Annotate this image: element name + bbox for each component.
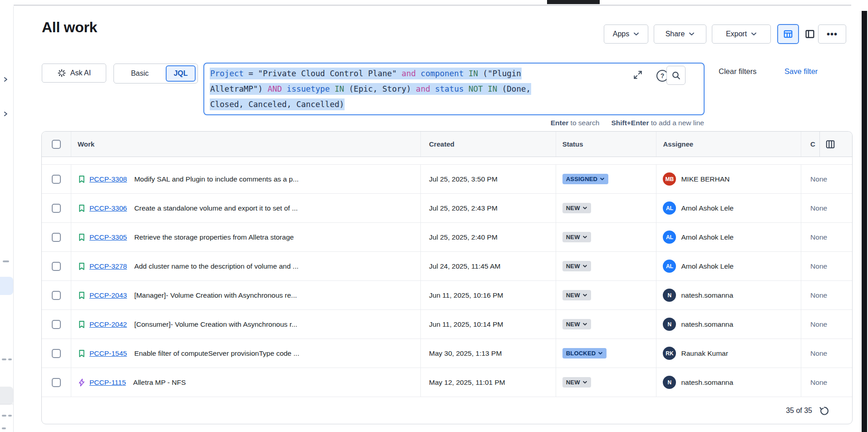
jql-token: AlletraMP") xyxy=(210,84,267,93)
status-badge[interactable]: NEW xyxy=(562,232,591,242)
table-row[interactable]: PCCP-1545 Enable filter of computeServer… xyxy=(42,339,852,368)
export-button[interactable]: Export xyxy=(712,25,771,44)
list-view-toggle[interactable] xyxy=(777,24,799,44)
save-filter-button[interactable]: Save filter xyxy=(784,67,818,76)
table-row[interactable]: PCCP-1115 Alletra MP - NFS May 12, 2025,… xyxy=(42,368,852,397)
avatar: N xyxy=(663,376,676,389)
column-header-status[interactable]: Status xyxy=(556,132,657,157)
column-header-truncated[interactable]: C xyxy=(801,132,852,157)
story-icon xyxy=(78,175,86,183)
table-row[interactable]: PCCP-3308 Modify SAL and Plugin to inclu… xyxy=(42,165,852,194)
clear-filters-button[interactable]: Clear filters xyxy=(719,67,756,76)
column-header-created-label: Created xyxy=(429,140,454,148)
row-checkbox[interactable] xyxy=(52,204,61,213)
issue-summary[interactable]: [Manager]- Volume Creation with Asynchro… xyxy=(134,291,297,299)
row-checkbox[interactable] xyxy=(52,320,61,329)
issue-summary[interactable]: Create a standalone volume and export it… xyxy=(134,204,298,212)
column-header-assignee[interactable]: Assignee xyxy=(656,132,801,157)
configure-columns-button[interactable] xyxy=(825,139,835,149)
assignee-name: Amol Ashok Lele xyxy=(681,262,733,270)
status-badge[interactable]: NEW xyxy=(562,377,591,388)
chevron-down-icon xyxy=(751,32,757,36)
status-badge[interactable]: NEW xyxy=(562,319,591,329)
status-label: NEW xyxy=(566,379,580,386)
chevron-right-icon[interactable] xyxy=(2,76,9,83)
row-checkbox[interactable] xyxy=(52,262,61,271)
table-row[interactable]: PCCP-3278 Add cluster name to the descri… xyxy=(42,252,852,281)
jql-selection-highlight: Project = "Private Cloud Control Plane" … xyxy=(210,68,522,79)
expand-icon[interactable] xyxy=(633,70,643,80)
issue-key-link[interactable]: PCCP-2043 xyxy=(89,291,127,299)
jql-editor[interactable]: Project = "Private Cloud Control Plane" … xyxy=(203,63,705,115)
status-badge[interactable]: NEW xyxy=(562,290,591,300)
story-icon xyxy=(78,204,86,212)
status-badge[interactable]: BLOCKED xyxy=(562,348,607,358)
work-items-table: Work Created Status Assignee C PCCP-3308… xyxy=(41,131,853,424)
avatar: MB xyxy=(663,172,676,186)
status-label: NEW xyxy=(566,205,580,211)
issue-summary[interactable]: Enable filter of computeServer provision… xyxy=(134,349,300,358)
story-icon xyxy=(78,349,86,358)
row-checkbox[interactable] xyxy=(52,175,61,184)
chevron-down-icon xyxy=(600,177,605,181)
select-all-checkbox[interactable] xyxy=(52,140,61,149)
refresh-button[interactable] xyxy=(819,405,830,417)
sidebar-item-selected[interactable] xyxy=(0,277,13,295)
search-submit-button[interactable] xyxy=(666,66,686,85)
table-row[interactable]: PCCP-2043 [Manager]- Volume Creation wit… xyxy=(42,281,852,310)
chevron-right-icon[interactable] xyxy=(2,111,9,117)
status-label: NEW xyxy=(566,263,580,270)
jql-token: AND xyxy=(267,84,282,93)
share-button[interactable]: Share xyxy=(654,25,706,44)
chevron-down-icon xyxy=(582,265,587,268)
row-checkbox[interactable] xyxy=(52,291,61,300)
row-checkbox[interactable] xyxy=(52,233,61,242)
sidebar-item-hover[interactable] xyxy=(0,387,13,405)
issue-key-link[interactable]: PCCP-1545 xyxy=(89,349,127,358)
tab-basic[interactable]: Basic xyxy=(114,69,166,78)
more-actions-button[interactable]: ••• xyxy=(818,25,846,44)
jql-query-text[interactable]: Project = "Private Cloud Control Plane" … xyxy=(204,64,704,114)
status-badge[interactable]: ASSIGNED xyxy=(562,174,609,184)
issue-key-link[interactable]: PCCP-3278 xyxy=(89,262,127,270)
pinned-column-divider xyxy=(819,132,820,157)
table-row[interactable]: PCCP-3305 Retrieve the storage propertie… xyxy=(42,223,852,252)
table-footer: 35 of 35 xyxy=(42,397,852,424)
issue-summary[interactable]: Alletra MP - NFS xyxy=(133,378,186,387)
sidebar-fragment xyxy=(2,358,6,360)
column-header-work[interactable]: Work xyxy=(71,132,421,157)
right-edge-artifact xyxy=(862,11,867,432)
hint-shift-enter-text: to add a new line xyxy=(649,119,704,127)
status-badge[interactable]: NEW xyxy=(562,261,591,271)
detail-view-toggle[interactable] xyxy=(802,26,818,42)
table-row[interactable]: PCCP-3306 Create a standalone volume and… xyxy=(42,194,852,223)
issue-summary[interactable]: Add cluster name to the description of v… xyxy=(134,262,299,270)
assignee-name: Raunak Kumar xyxy=(681,349,728,358)
status-badge[interactable]: NEW xyxy=(562,203,591,213)
sidebar-divider xyxy=(0,404,13,404)
avatar: N xyxy=(663,318,676,331)
issue-key-link[interactable]: PCCP-3308 xyxy=(89,175,127,183)
created-date: Jun 11, 2025, 10:14 PM xyxy=(429,320,503,329)
tab-jql[interactable]: JQL xyxy=(166,65,196,82)
issue-summary[interactable]: Modify SAL and Plugin to include comment… xyxy=(134,175,299,183)
extra-column-value: None xyxy=(810,291,827,299)
row-checkbox[interactable] xyxy=(52,349,61,358)
jql-token: (Epic, Story) xyxy=(344,84,416,93)
jql-token xyxy=(464,69,469,78)
ask-ai-button[interactable]: Ask AI xyxy=(42,64,106,83)
table-header-row: Work Created Status Assignee C xyxy=(42,132,852,157)
issue-summary[interactable]: [Consumer]- Volume Creation with Asynchr… xyxy=(134,320,297,329)
issue-summary[interactable]: Retrieve the storage properties from All… xyxy=(134,233,294,241)
issue-key-link[interactable]: PCCP-3306 xyxy=(89,204,127,212)
help-glyph: ? xyxy=(661,72,665,79)
issue-key-link[interactable]: PCCP-2042 xyxy=(89,320,127,329)
table-row[interactable]: PCCP-2042 [Consumer]- Volume Creation wi… xyxy=(42,310,852,339)
share-button-label: Share xyxy=(666,30,685,38)
search-icon xyxy=(671,71,681,80)
column-header-created[interactable]: Created xyxy=(421,132,556,157)
issue-key-link[interactable]: PCCP-1115 xyxy=(89,378,126,387)
issue-key-link[interactable]: PCCP-3305 xyxy=(89,233,127,241)
row-checkbox[interactable] xyxy=(52,378,61,387)
apps-button[interactable]: Apps xyxy=(604,25,648,44)
